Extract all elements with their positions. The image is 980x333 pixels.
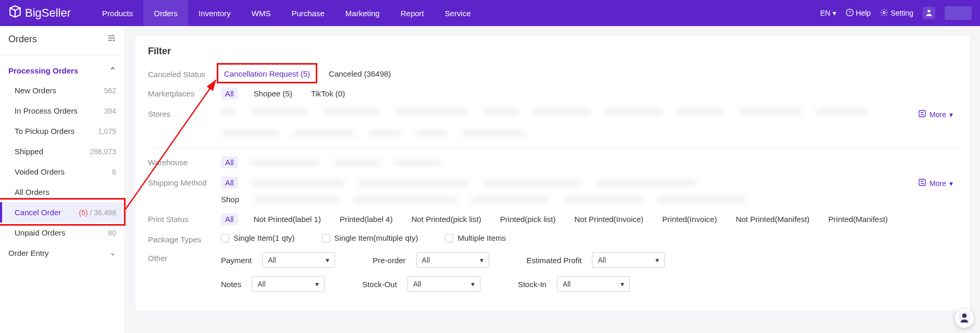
chip-cancellation-request[interactable]: Cancellation Request (5) [221, 68, 313, 79]
chip-p-label[interactable]: Printed(label 4) [337, 214, 396, 225]
user-avatar[interactable] [923, 7, 935, 19]
warehouse-redacted [251, 159, 441, 166]
sidebar-item-in-process[interactable]: In Process Orders 394 [0, 101, 125, 121]
select-payment[interactable]: All▾ [262, 252, 335, 268]
help-link[interactable]: ? Help [846, 8, 871, 18]
svg-point-8 [962, 313, 967, 318]
checkbox-icon [221, 234, 229, 242]
shipping-more-button[interactable]: More ▾ [918, 177, 957, 188]
sidebar-group-order-entry[interactable]: Order Entry ⌄ [0, 243, 125, 263]
chip-np-label[interactable]: Not Printed(label 1) [251, 214, 324, 225]
sidebar-item-label: Unpaid Orders [15, 228, 66, 237]
chip-np-pick[interactable]: Not Printed(pick list) [408, 214, 485, 225]
sidebar-item-label: Voided Orders [15, 167, 65, 176]
sidebar-item-label: In Process Orders [15, 106, 78, 115]
chip-p-man[interactable]: Printed(Manifest) [825, 214, 891, 225]
filter-panel: Filter Canceled Status Cancellation Requ… [135, 36, 970, 311]
filter-row-canceled-status: Canceled Status Cancellation Request (5)… [148, 64, 957, 83]
filter-label: Canceled Status [148, 68, 221, 79]
select-notes[interactable]: All▾ [252, 276, 325, 292]
main-content: Filter Canceled Status Cancellation Requ… [125, 26, 980, 333]
swap-icon [918, 178, 926, 188]
filter-label: Warehouse [148, 156, 221, 167]
filter-heading: Filter [148, 46, 957, 57]
nav-wms[interactable]: WMS [241, 0, 281, 26]
brand-text: BigSeller [25, 6, 71, 20]
sidebar-item-all-orders[interactable]: All Orders [0, 182, 125, 202]
select-stockout[interactable]: All▾ [407, 276, 480, 292]
sidebar-item-shipped[interactable]: Shipped 286,073 [0, 141, 125, 162]
chip-print-all[interactable]: All [221, 213, 238, 225]
caret-down-icon: ▾ [833, 9, 836, 17]
nav-products[interactable]: Products [92, 0, 143, 26]
sidebar-item-count: 286,073 [90, 147, 116, 156]
checkbox-single-1qty[interactable]: Single Item(1 qty) [221, 233, 295, 242]
user-name-redacted [945, 6, 972, 20]
sidebar-item-to-pickup[interactable]: To Pickup Orders 1,075 [0, 121, 125, 141]
nav-inventory[interactable]: Inventory [188, 0, 241, 26]
sidebar-item-count: 562 [104, 87, 116, 95]
more-label: More [929, 110, 946, 119]
filter-row-shipping-method: Shipping Method All Shop [148, 172, 957, 209]
nav-orders[interactable]: Orders [143, 0, 188, 26]
chip-marketplace-shopee[interactable]: Shopee (5) [251, 88, 295, 99]
chip-canceled[interactable]: Canceled (36498) [326, 68, 394, 79]
chip-shipping-shop[interactable]: Shop [221, 194, 242, 205]
sidebar-item-unpaid[interactable]: Unpaid Orders 80 [0, 223, 125, 243]
checkbox-icon [445, 234, 453, 242]
caret-down-icon: ▾ [315, 280, 319, 288]
sidebar-group-label: Order Entry [8, 249, 49, 257]
more-label: More [929, 179, 946, 188]
checkbox-single-multi[interactable]: Single Item(multiple qty) [322, 233, 418, 242]
chip-shipping-all[interactable]: All [221, 177, 238, 189]
sidebar-item-count: 80 [108, 229, 116, 237]
filter-row-package-types: Package Types Single Item(1 qty) Single … [148, 229, 957, 248]
lang-switch[interactable]: EN ▾ [820, 9, 836, 17]
chip-marketplace-tiktok[interactable]: TikTok (0) [308, 88, 348, 99]
nav-purchase[interactable]: Purchase [281, 0, 334, 26]
stores-more-button[interactable]: More ▾ [918, 108, 957, 119]
checkbox-multiple-items[interactable]: Multiple Items [445, 233, 506, 242]
sidebar-item-label: New Orders [15, 86, 56, 95]
sidebar-item-label: Cancel Order [15, 208, 61, 217]
sidebar-item-cancel-order[interactable]: Cancel Order (5) / 36,498 [0, 202, 125, 223]
select-stockin[interactable]: All▾ [557, 276, 630, 292]
svg-point-3 [927, 9, 930, 12]
sidebar-item-label: Shipped [15, 147, 43, 156]
sidebar-item-count: 394 [104, 107, 116, 115]
sidebar-item-new-orders[interactable]: New Orders 562 [0, 80, 125, 101]
chip-np-man[interactable]: Not Printed(Manifest) [733, 214, 813, 225]
svg-rect-5 [919, 179, 925, 186]
nav-service[interactable]: Service [435, 0, 481, 26]
caret-down-icon: ▾ [655, 256, 659, 264]
nav-report[interactable]: Report [390, 0, 435, 26]
caret-down-icon: ▾ [326, 256, 329, 264]
filter-row-stores: Stores More ▾ [148, 104, 957, 141]
setting-label: Setting [890, 9, 913, 17]
chip-p-inv[interactable]: Printed(Invoice) [659, 214, 720, 225]
sidebar-item-voided[interactable]: Voided Orders 6 [0, 162, 125, 182]
sidebar-group-label: Processing Orders [8, 66, 78, 75]
filter-label: Package Types [148, 233, 221, 244]
select-est-profit[interactable]: All▾ [592, 252, 665, 268]
caret-down-icon: ▾ [471, 280, 475, 288]
chip-np-inv[interactable]: Not Printed(Invoice) [572, 214, 647, 225]
filter-row-marketplaces: Marketplaces All Shopee (5) TikTok (0) [148, 83, 957, 104]
help-icon: ? [846, 8, 854, 18]
collapse-sidebar-icon[interactable] [107, 33, 116, 45]
brand[interactable]: BigSeller [8, 5, 71, 21]
chevron-down-icon: ⌄ [109, 248, 116, 257]
chip-warehouse-all[interactable]: All [221, 156, 238, 168]
sidebar-item-count: 1,075 [98, 127, 116, 135]
user-icon [925, 8, 933, 18]
top-bar: BigSeller Products Orders Inventory WMS … [0, 0, 980, 26]
setting-link[interactable]: Setting [880, 8, 913, 18]
support-chat-button[interactable] [955, 309, 974, 328]
chip-marketplace-all[interactable]: All [221, 88, 238, 100]
nav-marketing[interactable]: Marketing [335, 0, 390, 26]
filter-row-print-status: Print Status All Not Printed(label 1) Pr… [148, 209, 957, 229]
select-preorder[interactable]: All▾ [416, 252, 489, 268]
chip-p-pick[interactable]: Printed(pick list) [497, 214, 559, 225]
stores-redacted [221, 108, 918, 137]
sidebar-group-processing[interactable]: Processing Orders ⌃ [0, 60, 125, 80]
